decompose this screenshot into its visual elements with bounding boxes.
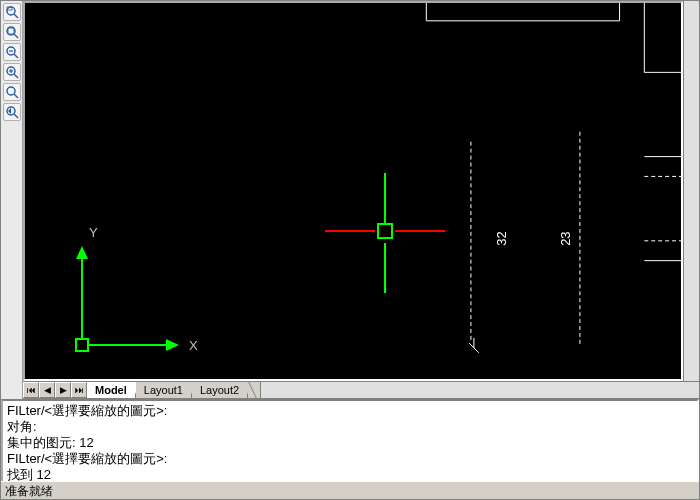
svg-marker-34: [166, 339, 179, 351]
tab-label: Layout2: [200, 384, 239, 396]
command-log[interactable]: FILter/<選擇要縮放的圖元>: 对角: 集中的图元: 12 FILter/…: [1, 399, 699, 481]
main-column: 32 23 X: [23, 1, 699, 399]
svg-point-13: [7, 87, 15, 95]
tab-label: Layout1: [144, 384, 183, 396]
cmd-line: FILter/<選擇要縮放的圖元>:: [7, 403, 693, 419]
cmd-line: 集中的图元: 12: [7, 435, 693, 451]
svg-line-16: [14, 114, 18, 118]
zoom-window-button[interactable]: [3, 3, 21, 21]
cmd-line: 对角:: [7, 419, 693, 435]
tab-next-button[interactable]: ▶: [55, 382, 71, 398]
svg-line-7: [14, 54, 18, 58]
svg-line-10: [14, 74, 18, 78]
cmd-line: 找到 12: [7, 467, 693, 481]
zoom-previous-button[interactable]: [3, 103, 21, 121]
horizontal-scrollbar[interactable]: [260, 382, 699, 398]
ucs-y-label: Y: [89, 225, 98, 240]
tab-prev-button[interactable]: ◀: [39, 382, 55, 398]
tab-layout1[interactable]: Layout1: [136, 382, 192, 398]
tab-label: Model: [95, 384, 127, 396]
workspace: 32 23 X: [1, 1, 699, 399]
zoom-out-button[interactable]: [3, 43, 21, 61]
zoom-extents-button[interactable]: [3, 23, 21, 41]
tab-layout2[interactable]: Layout2: [192, 382, 248, 398]
zoom-in-button[interactable]: [3, 63, 21, 81]
ucs-x-label: X: [189, 338, 198, 353]
ucs-icon: X Y: [71, 219, 211, 359]
vertical-scrollbar[interactable]: [683, 1, 699, 381]
zoom-realtime-button[interactable]: [3, 83, 21, 101]
svg-line-14: [14, 94, 18, 98]
svg-marker-36: [76, 246, 88, 259]
tab-nav-buttons: ⏮ ◀ ▶ ⏭: [23, 382, 87, 398]
svg-rect-32: [76, 339, 88, 351]
drawing-canvas[interactable]: 32 23 X: [23, 1, 683, 381]
zoom-toolbar: [1, 1, 23, 399]
svg-rect-5: [8, 28, 14, 34]
svg-rect-23: [600, 132, 650, 345]
app-window: 32 23 X: [0, 0, 700, 500]
tab-model[interactable]: Model: [87, 382, 136, 398]
svg-line-4: [14, 34, 18, 38]
layout-tabs-row: ⏮ ◀ ▶ ⏭ Model Layout1 Layout2: [23, 381, 699, 399]
status-bar: 准备就绪: [1, 481, 699, 499]
svg-point-0: [7, 7, 15, 15]
dim-32: 32: [494, 231, 509, 245]
svg-line-1: [14, 14, 18, 18]
status-text: 准备就绪: [5, 484, 53, 498]
cmd-line: FILter/<選擇要縮放的圖元>:: [7, 451, 693, 467]
tab-first-button[interactable]: ⏮: [23, 382, 39, 398]
tab-last-button[interactable]: ⏭: [71, 382, 87, 398]
dim-23: 23: [558, 231, 573, 245]
